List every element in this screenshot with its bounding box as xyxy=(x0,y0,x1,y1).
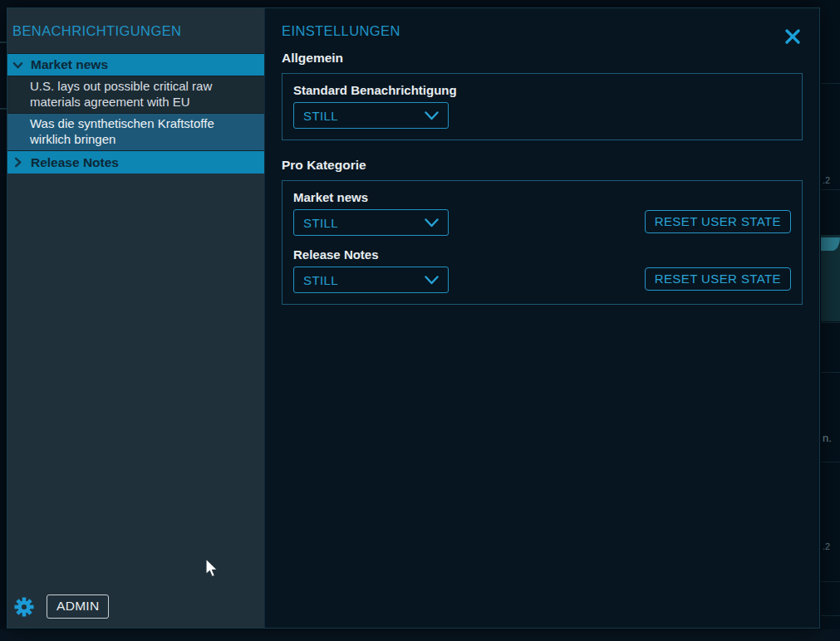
standard-notification-value: STILL xyxy=(303,109,338,123)
chevron-down-icon xyxy=(425,276,439,285)
standard-notification-label: Standard Benachrichtigung xyxy=(293,83,791,97)
chevron-down-icon xyxy=(425,218,439,228)
general-section-heading: Allgemein xyxy=(282,51,819,66)
background-fragment xyxy=(0,108,7,110)
notifications-footer: ADMIN xyxy=(13,595,109,619)
standard-notification-select[interactable]: STILL xyxy=(293,102,449,129)
mouse-cursor xyxy=(205,558,219,578)
market-news-value: STILL xyxy=(303,216,338,230)
market-news-select[interactable]: STILL xyxy=(293,209,449,236)
per-category-section-heading: Pro Kategorie xyxy=(282,158,819,173)
close-icon[interactable] xyxy=(784,28,801,45)
gear-icon[interactable] xyxy=(13,596,35,618)
notifications-title: BENACHRICHTIGUNGEN xyxy=(7,8,264,39)
reset-user-state-button-release-notes[interactable]: RESET USER STATE xyxy=(645,267,791,291)
chevron-right-icon xyxy=(12,157,23,168)
background-axis-fragment: n. xyxy=(823,432,832,444)
per-category-group-box: Market news STILL RESET USER STATE Relea… xyxy=(282,180,803,305)
background-axis-fragment: .2 xyxy=(823,175,830,185)
settings-title: EINSTELLUNGEN xyxy=(265,8,819,39)
chevron-down-icon xyxy=(425,111,439,120)
news-item[interactable]: U.S. lays out possible critical raw mate… xyxy=(7,76,264,113)
reset-user-state-button-market-news[interactable]: RESET USER STATE xyxy=(645,210,791,233)
category-label: Market news xyxy=(31,57,108,72)
background-axis-fragment: .2 xyxy=(823,541,830,551)
release-notes-value: STILL xyxy=(303,273,338,287)
release-notes-label: Release Notes xyxy=(293,247,791,262)
background-fragment xyxy=(0,42,7,43)
general-group-box: Standard Benachrichtigung STILL xyxy=(282,73,803,140)
notifications-panel: BENACHRICHTIGUNGEN Market news U.S. lays… xyxy=(7,8,264,628)
notifications-list: Market news U.S. lays out possible criti… xyxy=(7,53,264,174)
background-app-right-edge: .2 n. .2 xyxy=(821,0,840,641)
market-news-label: Market news xyxy=(293,190,791,204)
settings-panel: EINSTELLUNGEN Allgemein Standard Benachr… xyxy=(264,8,819,628)
admin-button[interactable]: ADMIN xyxy=(47,595,109,619)
news-item-selected[interactable]: Was die synthetischen Kraftstoffe wirkli… xyxy=(7,113,264,150)
notifications-settings-modal: BENACHRICHTIGUNGEN Market news U.S. lays… xyxy=(7,7,820,629)
chevron-down-icon xyxy=(12,60,23,71)
category-row-market-news[interactable]: Market news xyxy=(7,53,264,76)
category-row-release-notes[interactable]: Release Notes xyxy=(7,150,264,174)
release-notes-select[interactable]: STILL xyxy=(293,267,449,293)
background-app-bottom-edge xyxy=(0,629,840,641)
category-label: Release Notes xyxy=(31,155,119,170)
